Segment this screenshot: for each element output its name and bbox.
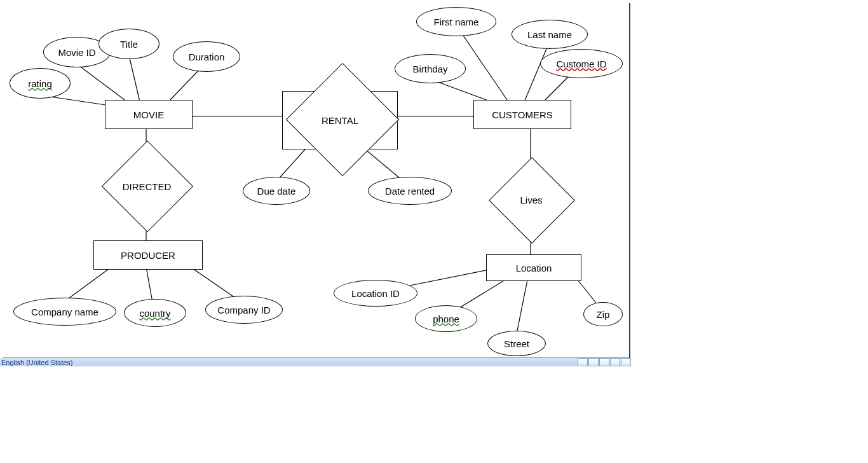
entity-location: Location	[486, 254, 581, 281]
rel-directed: DIRECTED	[97, 165, 196, 207]
attr-company-id: Company ID	[205, 296, 283, 324]
entity-location-label: Location	[516, 263, 552, 273]
entity-producer: PRODUCER	[93, 240, 203, 270]
view-outline-icon[interactable]	[610, 358, 620, 366]
svg-line-9	[365, 149, 403, 181]
document-canvas: MOVIE rating Movie ID Title Duration REN…	[3, 3, 630, 358]
svg-line-17	[146, 267, 153, 302]
attr-phone-label: phone	[433, 314, 459, 324]
attr-due-date: Due date	[243, 177, 310, 205]
view-print-layout-icon[interactable]	[578, 358, 588, 366]
attr-due-date-label: Due date	[257, 186, 296, 197]
svg-line-16	[64, 267, 111, 302]
attr-last-name-label: Last name	[527, 29, 572, 40]
entity-movie-label: MOVIE	[133, 109, 164, 120]
attr-company-name-label: Company name	[31, 307, 98, 317]
entity-customers-label: CUSTOMERS	[492, 109, 553, 120]
entity-producer-label: PRODUCER	[121, 250, 175, 261]
attr-title-label: Title	[120, 39, 138, 50]
attr-zip: Zip	[583, 302, 623, 326]
svg-line-11	[461, 32, 508, 102]
svg-line-4	[129, 55, 140, 102]
attr-company-id-label: Company ID	[217, 305, 270, 315]
attr-zip-label: Zip	[597, 309, 610, 320]
attr-country: country	[124, 299, 186, 327]
attr-rating: rating	[10, 68, 71, 99]
attr-last-name: Last name	[512, 20, 588, 49]
svg-line-3	[76, 64, 127, 102]
view-draft-icon[interactable]	[621, 358, 631, 366]
rel-lives: Lives	[485, 180, 578, 219]
entity-movie: MOVIE	[105, 100, 193, 129]
attr-date-rented-label: Date rented	[385, 186, 435, 197]
attr-date-rented: Date rented	[368, 177, 452, 205]
attr-phone: phone	[415, 305, 477, 332]
attr-street-label: Street	[504, 338, 529, 349]
rel-lives-label: Lives	[520, 195, 542, 205]
attr-title: Title	[98, 29, 159, 59]
attr-country-label: country	[139, 308, 170, 319]
attr-duration: Duration	[173, 41, 240, 72]
attr-first-name: First name	[416, 7, 496, 36]
rel-rental-label: RENTAL	[322, 115, 358, 126]
attr-duration-label: Duration	[189, 52, 225, 62]
attr-location-id: Location ID	[334, 280, 417, 307]
attr-custome-id: Custome ID	[540, 49, 623, 78]
attr-movie-id-label: Movie ID	[58, 47, 95, 58]
view-switcher	[577, 358, 631, 366]
attr-rating-label: rating	[28, 78, 52, 89]
attr-location-id-label: Location ID	[351, 288, 400, 299]
status-bar: English (United States)	[0, 358, 631, 366]
view-web-layout-icon[interactable]	[599, 358, 609, 366]
rel-directed-label: DIRECTED	[123, 181, 172, 192]
attr-company-name: Company name	[13, 298, 116, 326]
language-indicator[interactable]: English (United States)	[1, 359, 73, 366]
attr-street: Street	[487, 331, 546, 356]
rel-rental: RENTAL	[282, 91, 398, 149]
entity-customers: CUSTOMERS	[473, 100, 571, 129]
view-fullscreen-icon[interactable]	[588, 358, 599, 366]
attr-custome-id-label: Custome ID	[556, 59, 606, 69]
attr-first-name-label: First name	[434, 17, 479, 27]
svg-line-21	[517, 280, 527, 334]
attr-birthday: Birthday	[395, 54, 466, 83]
svg-line-5	[168, 69, 200, 102]
attr-birthday-label: Birthday	[412, 64, 447, 74]
svg-line-12	[524, 41, 550, 102]
